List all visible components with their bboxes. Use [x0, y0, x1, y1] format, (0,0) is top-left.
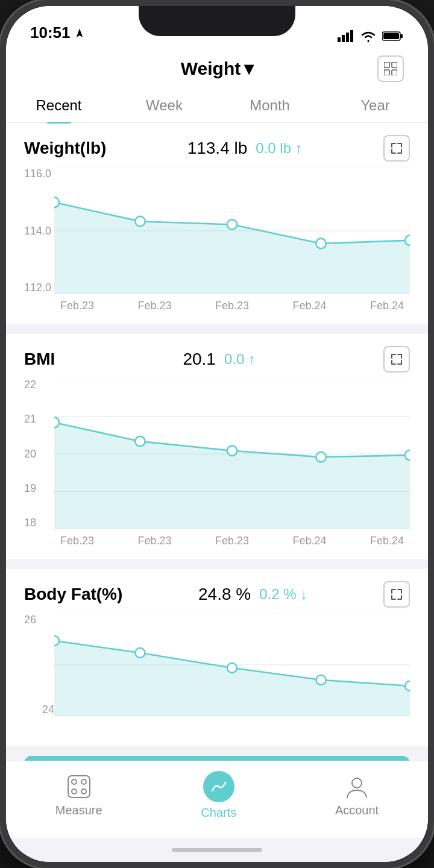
grid-icon [384, 62, 397, 75]
phone-frame: 10:51 [0, 0, 434, 868]
app-content: Weight ▾ Recent Week Month Year [6, 48, 428, 862]
bmi-chart-header: BMI 20.1 0.0 ↑ [24, 346, 410, 373]
time-display: 10:51 [30, 24, 71, 42]
tab-bar-charts[interactable]: Charts [201, 771, 236, 820]
svg-rect-37 [68, 776, 90, 797]
bmi-chart-card: BMI 20.1 0.0 ↑ 22 [6, 334, 428, 559]
dropdown-icon[interactable]: ▾ [244, 58, 253, 79]
weight-value-group: 113.4 lb 0.0 lb ↑ [187, 139, 303, 158]
svg-point-27 [316, 452, 326, 462]
svg-point-42 [352, 778, 362, 788]
bodyfat-value-group: 24.8 % 0.2 % ↓ [198, 585, 307, 604]
tab-bar-account[interactable]: Account [335, 773, 379, 817]
bodyfat-y-labels: 26 24 [24, 614, 54, 716]
bodyfat-chart-area: 26 24 [24, 614, 410, 734]
home-indicator [6, 838, 428, 862]
svg-point-36 [405, 681, 410, 691]
tab-recent[interactable]: Recent [6, 89, 112, 122]
tab-year[interactable]: Year [322, 89, 428, 122]
svg-point-18 [405, 235, 410, 245]
charts-icon-bg [203, 771, 234, 802]
account-label: Account [335, 804, 379, 817]
measure-label: Measure [55, 804, 102, 817]
grid-button[interactable] [377, 55, 404, 82]
bodyfat-main-value: 24.8 % [198, 585, 251, 604]
expand-icon [391, 588, 403, 600]
svg-point-25 [135, 436, 145, 447]
bodyfat-chart-title: Body Fat(%) [24, 585, 122, 604]
expand-icon [391, 353, 403, 365]
bmi-expand-button[interactable] [383, 346, 410, 373]
svg-point-35 [316, 675, 326, 685]
measure-icon [66, 773, 92, 800]
svg-rect-5 [400, 34, 403, 38]
signal-icon [338, 30, 354, 42]
bmi-chart-title: BMI [24, 350, 55, 369]
svg-point-34 [227, 663, 237, 673]
svg-rect-7 [384, 62, 389, 68]
svg-rect-6 [383, 33, 399, 39]
weight-chart-svg [54, 168, 410, 294]
svg-rect-9 [384, 70, 389, 75]
weight-chart-title: Weight(lb) [24, 139, 106, 158]
weight-main-value: 113.4 lb [187, 139, 248, 158]
bmi-chart-svg [54, 379, 410, 529]
svg-rect-8 [392, 62, 397, 68]
bmi-x-labels: Feb.23 Feb.23 Feb.23 Feb.24 Feb.24 [54, 535, 410, 547]
status-icons [338, 30, 404, 42]
tab-bar-measure[interactable]: Measure [55, 773, 102, 817]
svg-point-28 [405, 450, 410, 461]
svg-rect-10 [392, 70, 397, 75]
weight-chart-header: Weight(lb) 113.4 lb 0.0 lb ↑ [24, 135, 410, 162]
home-bar [172, 848, 262, 852]
weight-delta: 0.0 lb ↑ [256, 140, 302, 157]
svg-point-17 [316, 239, 326, 249]
account-icon [344, 773, 370, 800]
phone-inner: 10:51 [6, 6, 428, 862]
bodyfat-chart-card: Body Fat(%) 24.8 % 0.2 % ↓ [6, 569, 428, 746]
wifi-icon [360, 30, 376, 42]
svg-point-15 [135, 216, 145, 227]
bmi-delta: 0.0 ↑ [224, 351, 256, 368]
svg-point-33 [135, 648, 145, 658]
bodyfat-chart-svg [54, 614, 410, 716]
svg-point-39 [81, 779, 86, 784]
location-icon [74, 28, 85, 39]
status-time: 10:51 [30, 24, 85, 42]
period-tabs: Recent Week Month Year [6, 89, 428, 123]
weight-x-labels: Feb.23 Feb.23 Feb.23 Feb.24 Feb.24 [54, 300, 410, 312]
bmi-main-value: 20.1 [183, 350, 216, 369]
weight-chart-card: Weight(lb) 113.4 lb 0.0 lb ↑ [6, 123, 428, 324]
header-title: Weight ▾ [181, 58, 253, 79]
tab-bar: Measure Charts Account [6, 761, 428, 838]
svg-point-32 [54, 636, 59, 646]
weight-y-labels: 116.0 114.0 112.0 [24, 168, 54, 294]
bmi-value-group: 20.1 0.0 ↑ [183, 350, 256, 369]
user-data-button[interactable]: User Data [24, 756, 410, 761]
svg-point-16 [227, 219, 237, 230]
weight-expand-button[interactable] [383, 135, 410, 162]
svg-point-38 [72, 779, 77, 784]
charts-icon [210, 778, 228, 796]
charts-label: Charts [201, 806, 236, 820]
svg-point-24 [54, 418, 59, 428]
tab-month[interactable]: Month [217, 89, 322, 122]
tab-week[interactable]: Week [112, 89, 217, 122]
battery-icon [382, 31, 404, 42]
svg-rect-3 [350, 30, 353, 42]
bodyfat-delta: 0.2 % ↓ [259, 586, 307, 603]
bodyfat-chart-header: Body Fat(%) 24.8 % 0.2 % ↓ [24, 581, 410, 608]
svg-point-40 [72, 789, 77, 794]
svg-point-26 [227, 445, 237, 456]
bmi-y-labels: 22 21 20 19 18 [24, 379, 54, 529]
scroll-body[interactable]: Weight(lb) 113.4 lb 0.0 lb ↑ [6, 123, 428, 761]
bmi-chart-area: 22 21 20 19 18 [24, 379, 410, 547]
app-header: Weight ▾ [6, 48, 428, 89]
svg-point-14 [54, 197, 59, 207]
header-title-text: Weight [181, 58, 241, 79]
svg-rect-1 [342, 35, 345, 42]
bodyfat-expand-button[interactable] [383, 581, 410, 608]
svg-rect-2 [346, 33, 349, 42]
expand-icon [391, 142, 403, 154]
svg-point-41 [81, 789, 86, 794]
